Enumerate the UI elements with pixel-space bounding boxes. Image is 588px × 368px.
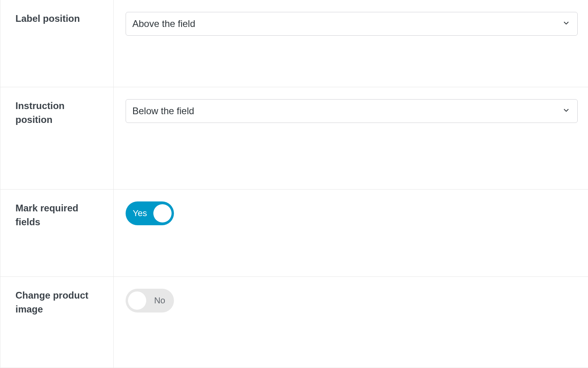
toggle-label-yes: Yes <box>133 208 147 218</box>
instruction-position-select[interactable]: Below the field <box>126 99 578 123</box>
settings-table: Label position Above the field Instructi… <box>0 0 588 368</box>
label-position-label: Label position <box>15 12 101 26</box>
label-position-select-wrapper: Above the field <box>126 12 578 36</box>
instruction-position-label: Instruction position <box>15 99 101 127</box>
change-product-image-toggle[interactable]: No <box>126 289 174 312</box>
row-mark-required-fields: Mark required fields Yes <box>0 190 588 277</box>
change-product-image-label: Change product image <box>15 289 101 316</box>
label-position-select[interactable]: Above the field <box>126 12 578 36</box>
control-cell: Below the field <box>114 87 588 189</box>
toggle-knob <box>128 291 146 310</box>
toggle-knob <box>153 204 172 222</box>
label-position-value: Above the field <box>132 18 195 29</box>
row-label-position: Label position Above the field <box>0 0 588 87</box>
instruction-position-value: Below the field <box>132 105 194 117</box>
mark-required-fields-label: Mark required fields <box>15 201 101 229</box>
row-instruction-position: Instruction position Below the field <box>0 87 588 190</box>
row-change-product-image: Change product image No <box>0 277 588 368</box>
label-cell: Change product image <box>0 277 114 368</box>
instruction-position-select-wrapper: Below the field <box>126 99 578 123</box>
control-cell: Above the field <box>114 0 588 87</box>
control-cell: Yes <box>114 190 588 276</box>
label-cell: Label position <box>0 0 114 87</box>
mark-required-fields-toggle[interactable]: Yes <box>126 201 174 225</box>
label-cell: Mark required fields <box>0 190 114 276</box>
control-cell: No <box>114 277 588 368</box>
toggle-label-no: No <box>154 295 165 306</box>
label-cell: Instruction position <box>0 87 114 189</box>
